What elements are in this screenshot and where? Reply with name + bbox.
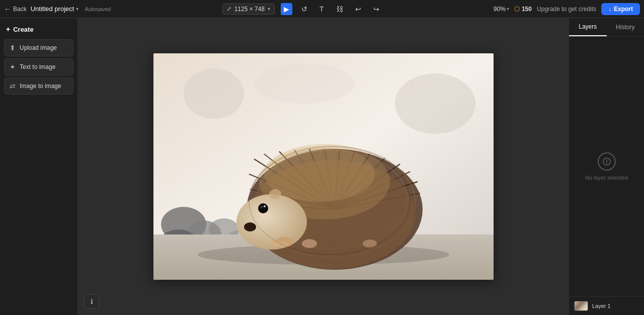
credits-icon: ⬡: [514, 5, 520, 13]
layers-content: No layer selected: [569, 37, 644, 296]
upload-icon: ⬆: [10, 44, 16, 52]
image-to-image-button[interactable]: ⇄ Image to image: [4, 77, 73, 95]
svg-point-52: [606, 163, 607, 164]
canvas-size-selector[interactable]: ⤢ 1125 × 748 ▾: [222, 4, 275, 15]
history-tab-label: History: [616, 24, 634, 31]
canvas-size-chevron-icon: ▾: [268, 6, 270, 12]
link-icon: ⛓: [336, 5, 343, 13]
autosaved-label: Autosaved: [85, 6, 111, 12]
zoom-label: 90%: [494, 6, 506, 13]
back-label: Back: [13, 6, 27, 13]
text-to-image-button[interactable]: ✦ Text to image: [4, 58, 73, 75]
play-icon: ▶: [284, 5, 289, 13]
svg-point-1: [184, 68, 244, 119]
canvas-area[interactable]: ℹ: [78, 18, 569, 315]
create-plus-icon: +: [6, 25, 10, 33]
main-area: + Create ⬆ Upload image ✦ Text to image …: [0, 18, 644, 315]
info-icon: ℹ: [91, 298, 93, 305]
credits-display: ⬡ 150: [514, 5, 532, 13]
svg-point-43: [264, 205, 266, 207]
right-sidebar: Layers History No layer selected Layer 1: [569, 18, 644, 315]
redo-icon: ↪: [373, 5, 379, 13]
topbar: ← Back Untitled project ▾ Autosaved ⤢ 11…: [0, 0, 644, 18]
svg-point-46: [302, 239, 317, 248]
export-icon: ↓: [608, 6, 611, 13]
canvas-size-label: 1125 × 748: [234, 6, 265, 13]
play-tool-button[interactable]: ▶: [281, 3, 292, 15]
export-label: Export: [614, 6, 633, 13]
history-tab[interactable]: History: [607, 18, 645, 36]
layers-tab[interactable]: Layers: [569, 18, 607, 36]
svg-point-41: [258, 203, 268, 213]
text-tool-button[interactable]: T: [316, 3, 327, 15]
svg-point-40: [244, 222, 256, 231]
svg-point-2: [395, 73, 475, 134]
zoom-control[interactable]: 90% ▾: [494, 6, 509, 13]
layers-tab-label: Layers: [579, 23, 597, 30]
text-icon: T: [319, 5, 324, 13]
topbar-left: ← Back Untitled project ▾ Autosaved: [4, 5, 111, 13]
upload-image-button[interactable]: ⬆ Upload image: [4, 39, 73, 56]
project-name-dropdown[interactable]: Untitled project ▾: [31, 5, 79, 13]
image-to-image-label: Image to image: [20, 83, 61, 90]
export-button[interactable]: ↓ Export: [601, 3, 640, 15]
layer-name: Layer 1: [592, 303, 611, 309]
link-tool-button[interactable]: ⛓: [333, 3, 346, 15]
credits-count: 150: [522, 6, 532, 13]
left-sidebar: + Create ⬆ Upload image ✦ Text to image …: [0, 18, 78, 315]
undo-icon: ↩: [355, 5, 361, 13]
hedgehog-canvas-svg: [153, 53, 494, 280]
undo-button[interactable]: ↩: [352, 3, 364, 15]
zoom-chevron-icon: ▾: [507, 6, 509, 12]
upgrade-button[interactable]: Upgrade to get credits: [537, 6, 596, 13]
layer-item-1[interactable]: Layer 1: [569, 296, 644, 315]
canvas-image: [153, 53, 494, 280]
rotate-icon: ↺: [301, 5, 307, 13]
info-button[interactable]: ℹ: [84, 294, 99, 309]
image-to-image-icon: ⇄: [10, 82, 16, 90]
create-header: + Create: [4, 22, 73, 37]
no-layer-icon: [598, 152, 616, 171]
text-to-image-icon: ✦: [10, 63, 16, 71]
resize-icon: ⤢: [227, 6, 231, 12]
project-name: Untitled project: [31, 5, 74, 13]
topbar-center: ⤢ 1125 × 748 ▾ ▶ ↺ T ⛓ ↩ ↪: [115, 3, 489, 15]
rotate-tool-button[interactable]: ↺: [298, 3, 310, 15]
upload-image-label: Upload image: [20, 44, 57, 51]
text-to-image-label: Text to image: [20, 63, 55, 70]
no-layer-text: No layer selected: [585, 175, 628, 181]
svg-point-3: [254, 63, 355, 104]
create-label: Create: [13, 26, 33, 33]
upgrade-label: Upgrade to get credits: [537, 6, 596, 13]
redo-button[interactable]: ↪: [370, 3, 382, 15]
svg-point-47: [363, 240, 377, 248]
layer-thumb-preview: [575, 301, 588, 310]
right-sidebar-tabs: Layers History: [569, 18, 644, 37]
svg-point-44: [269, 189, 281, 199]
project-name-chevron-icon: ▾: [76, 6, 78, 12]
back-button[interactable]: ← Back: [4, 5, 27, 13]
back-arrow-icon: ←: [4, 5, 11, 13]
svg-point-48: [270, 240, 280, 247]
layer-thumbnail: [574, 301, 588, 311]
svg-point-42: [260, 205, 263, 208]
topbar-right: 90% ▾ ⬡ 150 Upgrade to get credits ↓ Exp…: [494, 3, 640, 15]
